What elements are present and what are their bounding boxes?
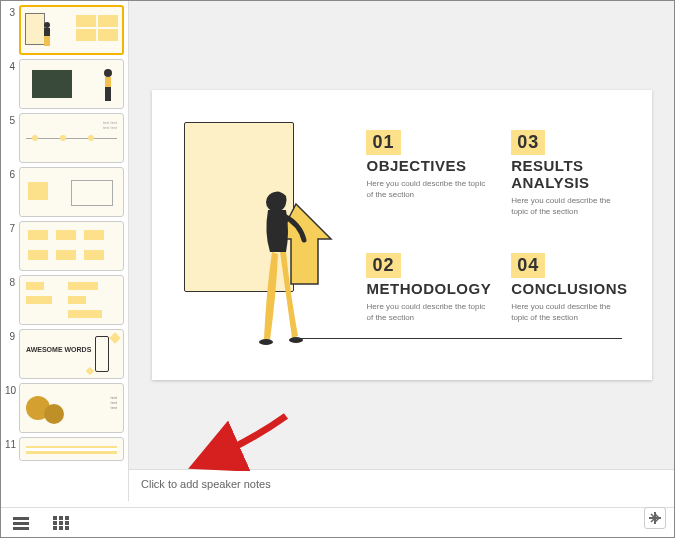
slide-thumbnail-4[interactable] bbox=[19, 59, 124, 109]
section-number: 01 bbox=[366, 130, 400, 155]
svg-rect-2 bbox=[44, 36, 47, 46]
svg-rect-3 bbox=[47, 36, 50, 46]
svg-rect-11 bbox=[13, 517, 29, 520]
section-02[interactable]: 02 METHODOLOGY Here you could describe t… bbox=[366, 253, 491, 356]
section-number: 04 bbox=[511, 253, 545, 278]
section-title: CONCLUSIONS bbox=[511, 280, 627, 297]
svg-rect-20 bbox=[53, 526, 57, 530]
plus-icon bbox=[649, 512, 661, 524]
thumb-number: 7 bbox=[5, 221, 19, 234]
app-container: 3 4 5 text te bbox=[1, 1, 674, 501]
section-title: RESULTS ANALYSIS bbox=[511, 157, 627, 191]
slide-thumbnail-11[interactable] bbox=[19, 437, 124, 461]
thumb-number: 11 bbox=[5, 437, 19, 450]
slide-thumbnail-8[interactable] bbox=[19, 275, 124, 325]
svg-point-4 bbox=[104, 69, 112, 77]
svg-rect-1 bbox=[44, 28, 50, 36]
thumb-number: 4 bbox=[5, 59, 19, 72]
section-number: 03 bbox=[511, 130, 545, 155]
slide-thumbnail-3[interactable] bbox=[19, 5, 124, 55]
thumb-number: 5 bbox=[5, 113, 19, 126]
svg-rect-13 bbox=[13, 527, 29, 530]
divider-line bbox=[292, 338, 622, 339]
svg-rect-5 bbox=[105, 77, 111, 87]
slide-thumbnail-7[interactable] bbox=[19, 221, 124, 271]
section-03[interactable]: 03 RESULTS ANALYSIS Here you could descr… bbox=[511, 130, 627, 233]
svg-rect-14 bbox=[53, 516, 57, 520]
slide-canvas-area[interactable]: 01 OBJECTIVES Here you could describe th… bbox=[129, 1, 674, 469]
slide-thumbnail-6[interactable] bbox=[19, 167, 124, 217]
filmstrip-view-icon[interactable] bbox=[13, 516, 29, 530]
svg-point-0 bbox=[44, 22, 50, 28]
section-04[interactable]: 04 CONCLUSIONS Here you could describe t… bbox=[511, 253, 627, 356]
person-arrow-illustration bbox=[256, 184, 346, 354]
svg-rect-18 bbox=[59, 521, 63, 525]
svg-rect-21 bbox=[59, 526, 63, 530]
svg-rect-6 bbox=[105, 87, 108, 101]
section-title: METHODOLOGY bbox=[366, 280, 491, 297]
current-slide[interactable]: 01 OBJECTIVES Here you could describe th… bbox=[152, 90, 652, 380]
svg-rect-15 bbox=[59, 516, 63, 520]
grid-view-icon[interactable] bbox=[53, 516, 69, 530]
sections-grid: 01 OBJECTIVES Here you could describe th… bbox=[354, 114, 627, 356]
section-description: Here you could describe the topic of the… bbox=[366, 178, 491, 200]
slide-thumbnail-9[interactable]: AWESOME WORDS bbox=[19, 329, 124, 379]
svg-rect-19 bbox=[65, 521, 69, 525]
section-description: Here you could describe the topic of the… bbox=[511, 195, 627, 217]
slide-thumbnail-panel[interactable]: 3 4 5 text te bbox=[1, 1, 129, 501]
svg-rect-12 bbox=[13, 522, 29, 525]
section-description: Here you could describe the topic of the… bbox=[511, 301, 627, 323]
svg-rect-16 bbox=[65, 516, 69, 520]
section-01[interactable]: 01 OBJECTIVES Here you could describe th… bbox=[366, 130, 491, 233]
thumb-number: 3 bbox=[5, 5, 19, 18]
thumb-number: 6 bbox=[5, 167, 19, 180]
slide-thumbnail-10[interactable]: texttexttext bbox=[19, 383, 124, 433]
speaker-notes-input[interactable]: Click to add speaker notes bbox=[129, 469, 674, 501]
section-number: 02 bbox=[366, 253, 400, 278]
slide-thumbnail-5[interactable]: text texttext text bbox=[19, 113, 124, 163]
thumb-number: 10 bbox=[5, 383, 19, 396]
main-area: 01 OBJECTIVES Here you could describe th… bbox=[129, 1, 674, 501]
svg-rect-17 bbox=[53, 521, 57, 525]
section-description: Here you could describe the topic of the… bbox=[366, 301, 491, 323]
thumb-number: 8 bbox=[5, 275, 19, 288]
svg-point-9 bbox=[259, 339, 273, 345]
svg-rect-7 bbox=[108, 87, 111, 101]
svg-rect-22 bbox=[65, 526, 69, 530]
slide-illustration bbox=[176, 114, 355, 356]
bottom-toolbar bbox=[1, 507, 674, 537]
thumb-number: 9 bbox=[5, 329, 19, 342]
svg-rect-24 bbox=[649, 517, 661, 519]
section-title: OBJECTIVES bbox=[366, 157, 491, 174]
explore-button[interactable] bbox=[644, 507, 666, 529]
